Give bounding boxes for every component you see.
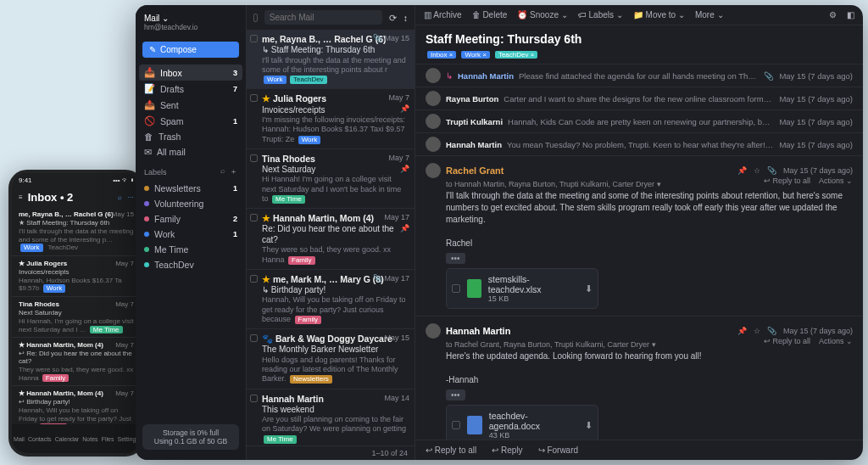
collapsed-message[interactable]: Trupti Kulkarni Hannah, Kids Can Code ar…	[415, 109, 863, 132]
label-color-icon	[144, 262, 149, 267]
menu-icon[interactable]: ≡	[19, 193, 23, 201]
folder-drafts[interactable]: 📝Drafts7	[136, 81, 246, 97]
list-item[interactable]: ★ Hannah Martin, Mom (4)May 7↩ Re: Did y…	[12, 338, 141, 386]
panel-toggle-icon[interactable]: ◧	[847, 10, 854, 20]
message-row[interactable]: Hannah Martin May 14 This weekend Are yo…	[247, 389, 415, 446]
download-icon[interactable]: ⬇	[585, 420, 593, 430]
file-icon	[467, 279, 481, 298]
label-work[interactable]: Work1	[136, 227, 246, 242]
row-checkbox[interactable]	[250, 214, 258, 221]
labels-button[interactable]: 🏷 Labels ⌄	[578, 10, 623, 20]
snooze-button[interactable]: ⏰ Snooze ⌄	[517, 10, 567, 20]
message-row[interactable]: ★ Hannah Martin, Mom (4) May 17 Re: Did …	[247, 209, 415, 270]
attachment-checkbox[interactable]	[452, 284, 460, 293]
message-row[interactable]: Tina Rhodes May 7 Next Saturday Hi Hanna…	[247, 149, 415, 209]
collapsed-message[interactable]: Hannah Martin You mean Tuesday? No probl…	[415, 132, 863, 155]
reply-all-button[interactable]: ↩ Reply to all	[426, 445, 476, 455]
list-item[interactable]: me, Rayna B., … Rachel G (6)May 15★ Staf…	[12, 207, 141, 256]
tab-notes[interactable]: Notes	[82, 436, 97, 442]
inbox-icon: 📥	[144, 67, 155, 78]
pin-icon[interactable]: 📌	[400, 104, 409, 114]
select-all-checkbox[interactable]	[253, 14, 258, 22]
refresh-icon[interactable]: ⟳	[389, 13, 397, 23]
collapsed-message[interactable]: ↳ Hannah Martin Please find attached the…	[415, 64, 863, 87]
pin-icon[interactable]: 📌	[737, 327, 747, 335]
message-list: ⟳ ↕ me, Rayna B., … Rachel G (6) 📎 May 1…	[246, 5, 415, 460]
search-icon[interactable]: ⌕	[118, 193, 122, 201]
message-row[interactable]: 🐾 Bark & Wag Doggy Daycare May 15 The Mo…	[247, 329, 415, 389]
star-icon[interactable]: ★	[262, 274, 270, 285]
thread-tag[interactable]: TeachDev ×	[495, 51, 537, 59]
label-metime[interactable]: Me Time	[136, 242, 246, 257]
row-checkbox[interactable]	[250, 94, 258, 102]
star-icon[interactable]: ☆	[754, 166, 760, 175]
download-icon[interactable]: ⬇	[585, 283, 593, 294]
more-icon[interactable]: ⋯	[127, 193, 134, 201]
tab-calendar[interactable]: Calendar	[55, 436, 79, 442]
message-toolbar: ▥ Archive 🗑 Delete ⏰ Snooze ⌄ 🏷 Labels ⌄…	[415, 5, 863, 25]
spam-icon: 🚫	[144, 115, 155, 126]
show-trimmed-icon[interactable]: •••	[446, 253, 465, 264]
list-item[interactable]: Tina RhodesMay 7Next SaturdayHi Hannah, …	[12, 297, 141, 338]
label-search-icon[interactable]: ⌕	[220, 166, 225, 177]
folder-inbox[interactable]: 📥Inbox3	[139, 64, 242, 81]
search-input[interactable]	[264, 10, 382, 25]
message-row[interactable]: me, Rayna B., … Rachel G (6) 📎 May 15 ↳ …	[247, 30, 415, 89]
label-volunteering[interactable]: Volunteering	[136, 196, 246, 211]
archive-button[interactable]: ▥ Archive	[424, 10, 462, 20]
sidebar: Mail ⌄ hm@teachdev.io ✎ Compose 📥Inbox3📝…	[136, 5, 246, 460]
row-checkbox[interactable]	[250, 35, 258, 42]
pin-icon[interactable]: 📌	[400, 224, 409, 233]
list-pagination[interactable]: 1–10 of 24	[247, 445, 415, 460]
folder-trash[interactable]: 🗑Trash	[136, 129, 246, 144]
reply-all-link[interactable]: ↩ Reply to all	[764, 176, 810, 185]
actions-menu[interactable]: Actions ⌄	[819, 337, 853, 345]
tab-files[interactable]: Files	[102, 436, 114, 442]
star-icon[interactable]: ☆	[754, 327, 760, 335]
folder-allmail[interactable]: ✉All mail	[136, 144, 246, 160]
sender-name[interactable]: Hannah Martin	[446, 326, 510, 336]
attachment-icon: 📎	[373, 274, 382, 283]
star-icon[interactable]: ★	[262, 93, 270, 104]
star-icon[interactable]: ★	[262, 213, 270, 224]
label-family[interactable]: Family2	[136, 211, 246, 227]
row-checkbox[interactable]	[250, 275, 258, 283]
row-checkbox[interactable]	[250, 395, 258, 402]
settings-icon[interactable]: ⚙	[829, 10, 837, 20]
attachment[interactable]: teachdev-agenda.docx 43 KB ⬇	[446, 405, 598, 440]
list-item[interactable]: ★ Julia RogersMay 7Invoices/receiptsHann…	[12, 256, 141, 297]
row-checkbox[interactable]	[250, 334, 258, 342]
reply-all-link[interactable]: ↩ Reply to all	[764, 337, 810, 345]
move-button[interactable]: 📁 Move to ⌄	[633, 10, 685, 20]
label-newsletters[interactable]: Newsletters1	[136, 181, 246, 196]
folder-sent[interactable]: 📤Sent	[136, 97, 246, 113]
collapsed-message[interactable]: Rayna Burton Carter and I want to share …	[415, 87, 863, 109]
delete-button[interactable]: 🗑 Delete	[472, 10, 508, 20]
folder-spam[interactable]: 🚫Spam1	[136, 113, 246, 129]
tab-mail[interactable]: Mail	[14, 436, 25, 442]
account-switcher[interactable]: Mail ⌄ hm@teachdev.io	[136, 10, 246, 35]
add-label-icon[interactable]: ＋	[230, 166, 237, 177]
attachment-checkbox[interactable]	[452, 421, 460, 429]
actions-menu[interactable]: Actions ⌄	[819, 176, 853, 185]
message-row[interactable]: ★ me, Mark M., … Mary G (8) 📎 May 17 ↳ B…	[247, 270, 415, 329]
forward-button[interactable]: ↪ Forward	[538, 445, 578, 455]
compose-button[interactable]: ✎ Compose	[142, 42, 239, 58]
attachment-name: teachdev-agenda.docx	[489, 411, 578, 431]
thread-tag[interactable]: Inbox ×	[427, 51, 456, 59]
label-color-icon	[144, 186, 149, 191]
reply-button[interactable]: ↩ Reply	[492, 445, 522, 455]
sort-icon[interactable]: ↕	[403, 13, 408, 23]
pin-icon[interactable]: 📌	[737, 166, 747, 175]
storage-meter[interactable]: Storage is 0% full Using 0.1 GB of 50 GB	[142, 424, 239, 450]
show-trimmed-icon[interactable]: •••	[446, 389, 465, 401]
sender-name[interactable]: Rachel Grant	[446, 165, 504, 176]
more-button[interactable]: More ⌄	[695, 10, 724, 20]
tab-contacts[interactable]: Contacts	[28, 436, 52, 442]
attachment[interactable]: stemskills-teachdev.xlsx 15 KB ⬇	[446, 268, 598, 309]
thread-tag[interactable]: Work ×	[461, 51, 489, 59]
label-teachdev[interactable]: TeachDev	[136, 257, 246, 272]
message-row[interactable]: ★ Julia Rogers May 7 Invoices/receipts I…	[247, 89, 415, 148]
row-checkbox[interactable]	[250, 154, 258, 162]
pin-icon[interactable]: 📌	[400, 165, 409, 174]
